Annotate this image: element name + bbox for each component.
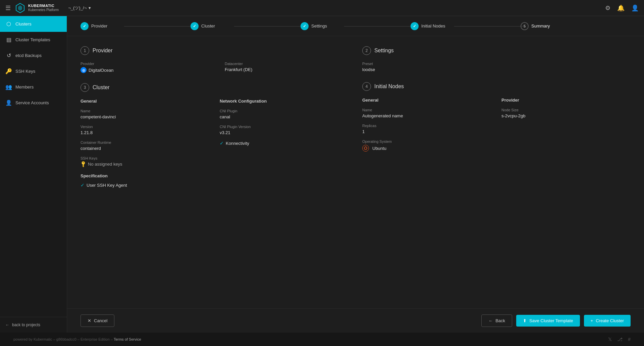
spec-title: Specification: [80, 173, 349, 178]
sidebar-label-clusters: Clusters: [15, 21, 32, 26]
cluster-version-value: 1.21.8: [80, 130, 210, 135]
ssh-keys-icon: 🔑: [5, 68, 12, 74]
preset-value: loodse: [362, 67, 631, 72]
node-name-item: Name Autogenerated name: [362, 108, 491, 118]
back-button[interactable]: ← Back: [481, 314, 512, 327]
step-label-cluster: Cluster: [201, 23, 215, 28]
user-ssh-key-agent-label: User SSH Key Agent: [87, 183, 127, 188]
step-initial-nodes: ✓ Initial Nodes: [411, 22, 521, 30]
node-size-label: Node Size: [501, 108, 631, 112]
sidebar-item-ssh-keys[interactable]: 🔑 SSH Keys: [0, 63, 67, 79]
hamburger-icon[interactable]: ☰: [5, 4, 11, 12]
provider-section: 1 Provider Provider ◎ DigitalOcean: [80, 46, 349, 73]
preset-label: Preset: [362, 62, 631, 66]
key-icon: 🔑: [79, 161, 87, 168]
twitter-icon[interactable]: 𝕏: [608, 337, 612, 342]
user-ssh-key-check-icon: ✓: [80, 182, 85, 188]
datacenter-value: Frankfurt (DE): [225, 67, 349, 72]
ssh-keys-item: SSH Keys 🔑 No assigned keys: [80, 156, 210, 167]
save-template-button[interactable]: ⬆ Save Cluster Template: [516, 315, 580, 327]
service-accounts-icon: 👤: [5, 100, 12, 106]
konnectivity-label: Konnectivity: [226, 141, 249, 146]
sidebar-label-ssh-keys: SSH Keys: [15, 69, 35, 74]
step-circle-settings: ✓: [301, 22, 309, 30]
replicas-item: Replicas 1: [362, 124, 491, 134]
container-runtime-label: Container Runtime: [80, 140, 210, 145]
cluster-section: 3 Cluster General Name competent-davinci: [80, 83, 349, 188]
step-cluster: ✓ Cluster: [191, 22, 301, 30]
step-label-settings: Settings: [311, 23, 327, 28]
cluster-templates-icon: ▤: [5, 37, 12, 43]
container-runtime-value: containerd: [80, 146, 210, 151]
cni-plugin-version-label: CNI Plugin Version: [220, 125, 349, 129]
ubuntu-icon: [362, 145, 369, 152]
os-label: Operating System: [362, 139, 491, 143]
sidebar-item-members[interactable]: 👥 Members: [0, 79, 67, 95]
cni-plugin-label: CNI Plugin: [220, 109, 349, 113]
settings-section-number: 2: [362, 46, 371, 55]
initial-nodes-section-title: Initial Nodes: [374, 83, 404, 90]
step-settings: ✓ Settings: [301, 22, 411, 30]
konnectivity-item: ✓ Konnectivity: [220, 140, 349, 146]
provider-value: ◎ DigitalOcean: [80, 67, 205, 73]
slack-icon[interactable]: #: [628, 337, 631, 342]
step-circle-cluster: ✓: [191, 22, 199, 30]
github-icon[interactable]: ⎇: [617, 337, 623, 342]
sidebar-item-cluster-templates[interactable]: ▤ Cluster Templates: [0, 32, 67, 48]
os-value: Ubuntu: [362, 145, 491, 152]
content-area: ✓ Provider ✓ Cluster ✓ Settings ✓: [67, 16, 644, 333]
replicas-label: Replicas: [362, 124, 491, 128]
network-config-title: Network Configuration: [220, 99, 349, 104]
save-icon: ⬆: [523, 318, 527, 323]
os-item: Operating System: [362, 139, 491, 152]
back-to-projects[interactable]: ← back to projects: [5, 323, 61, 327]
create-icon: +: [591, 318, 593, 323]
step-circle-summary: 5: [521, 22, 529, 30]
create-cluster-button[interactable]: + Create Cluster: [584, 315, 631, 327]
initial-nodes-provider-title: Provider: [501, 98, 631, 103]
stepper: ✓ Provider ✓ Cluster ✓ Settings ✓: [67, 16, 644, 36]
konnectivity-check-icon: ✓: [220, 140, 224, 146]
step-label-provider: Provider: [91, 23, 107, 28]
ssh-keys-value-row: 🔑 No assigned keys: [80, 162, 210, 167]
cni-plugin-version-value: v3.21: [220, 130, 349, 135]
settings-icon[interactable]: ⚙: [605, 4, 610, 12]
project-selector[interactable]: ¬_(ツ)_/¬ ▾: [68, 5, 91, 11]
initial-nodes-section: 4 Initial Nodes General Name Autogenerat…: [362, 82, 631, 152]
step-label-summary: Summary: [531, 23, 550, 28]
cluster-section-title: Cluster: [93, 84, 110, 91]
main-scroll[interactable]: 1 Provider Provider ◎ DigitalOcean: [67, 36, 644, 308]
cni-plugin-version-item: CNI Plugin Version v3.21: [220, 125, 349, 135]
node-name-label: Name: [362, 108, 491, 112]
cluster-section-number: 3: [80, 83, 89, 92]
svg-point-4: [366, 149, 367, 149]
datacenter-info-item: Datacenter Frankfurt (DE): [225, 62, 349, 73]
settings-section-title: Settings: [374, 48, 394, 54]
cancel-icon: ✕: [88, 318, 91, 323]
container-runtime-item: Container Runtime containerd: [80, 140, 210, 151]
sidebar-label-service-accounts: Service Accounts: [15, 100, 49, 105]
user-icon[interactable]: 👤: [631, 4, 639, 12]
terms-of-service-link[interactable]: Terms of Service: [114, 337, 141, 341]
sidebar-item-clusters[interactable]: ⬡ Clusters: [0, 16, 67, 32]
sidebar-item-service-accounts[interactable]: 👤 Service Accounts: [0, 95, 67, 111]
sidebar-item-etcd-backups[interactable]: ↺ etcd Backups: [0, 48, 67, 63]
svg-point-5: [364, 149, 365, 149]
provider-label: Provider: [80, 62, 205, 66]
clusters-icon: ⬡: [5, 21, 12, 27]
node-size-value: s-2vcpu-2gb: [501, 113, 631, 118]
cluster-version-item: Version 1.21.8: [80, 125, 210, 135]
ssh-keys-label: SSH Keys: [80, 156, 210, 160]
footer-text: powered by Kubermatic – g86bbadcc0 – Ent…: [13, 337, 141, 341]
cancel-button[interactable]: ✕ Cancel: [80, 314, 114, 327]
bell-icon[interactable]: 🔔: [617, 4, 625, 12]
settings-section: 2 Settings Preset loodse: [362, 46, 631, 72]
step-label-initial-nodes: Initial Nodes: [421, 23, 445, 28]
preset-item: Preset loodse: [362, 62, 631, 72]
cluster-name-item: Name competent-davinci: [80, 109, 210, 119]
cni-plugin-item: CNI Plugin canal: [220, 109, 349, 119]
initial-nodes-section-number: 4: [362, 82, 371, 91]
replicas-value: 1: [362, 129, 491, 134]
node-size-item: Node Size s-2vcpu-2gb: [501, 108, 631, 118]
step-circle-provider: ✓: [80, 22, 89, 30]
